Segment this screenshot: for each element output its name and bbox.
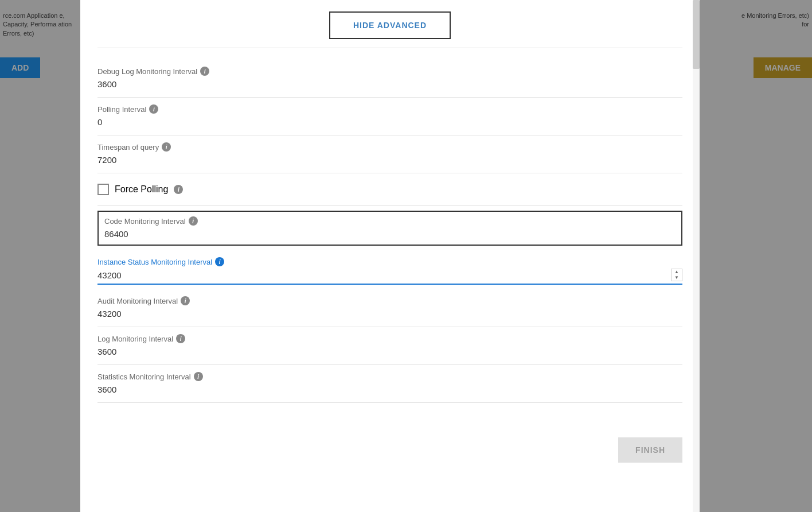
force-polling-label: Force Polling	[115, 184, 168, 195]
code-monitoring-input[interactable]	[104, 228, 676, 240]
audit-monitoring-interval-field: Audit Monitoring Interval i	[97, 289, 682, 327]
debug-log-value-input[interactable]	[97, 78, 682, 90]
force-polling-info-icon[interactable]: i	[174, 185, 183, 194]
polling-interval-field: Polling Interval i	[97, 98, 682, 135]
spinner-up[interactable]: ▲	[672, 269, 682, 275]
polling-interval-input[interactable]	[97, 116, 682, 128]
hide-advanced-button[interactable]: HIDE ADVANCED	[329, 11, 451, 39]
instance-status-field: Instance Status Monitoring Interval i ▲ …	[97, 250, 682, 285]
debug-log-monitoring-interval-field: Debug Log Monitoring Interval i	[97, 60, 682, 98]
modal-dialog: HIDE ADVANCED Debug Log Monitoring Inter…	[80, 0, 700, 512]
timespan-label: Timespan of query i	[97, 142, 682, 152]
audit-monitoring-input[interactable]	[97, 308, 682, 320]
hide-advanced-row: HIDE ADVANCED	[97, 11, 682, 48]
log-monitoring-info-icon[interactable]: i	[176, 334, 185, 343]
polling-interval-info-icon[interactable]: i	[149, 104, 158, 114]
code-monitoring-info-icon[interactable]: i	[189, 216, 198, 226]
force-polling-row: Force Polling i	[97, 173, 682, 206]
log-monitoring-input[interactable]	[97, 346, 682, 358]
modal-scrollbar[interactable]	[693, 0, 700, 512]
code-monitoring-label: Code Monitoring Interval i	[104, 216, 676, 226]
statistics-monitoring-input[interactable]	[97, 383, 682, 395]
instance-status-info-icon[interactable]: i	[215, 257, 224, 266]
timespan-of-query-field: Timespan of query i	[97, 135, 682, 173]
audit-monitoring-label: Audit Monitoring Interval i	[97, 296, 682, 305]
statistics-monitoring-label: Statistics Monitoring Interval i	[97, 372, 682, 381]
instance-status-label: Instance Status Monitoring Interval i	[97, 257, 682, 266]
instance-status-input[interactable]	[97, 270, 671, 280]
spinner-down[interactable]: ▼	[672, 275, 682, 281]
statistics-monitoring-info-icon[interactable]: i	[194, 372, 203, 381]
modal-footer: FINISH	[80, 426, 700, 474]
log-monitoring-interval-field: Log Monitoring Interval i	[97, 327, 682, 365]
instance-status-spinner[interactable]: ▲ ▼	[671, 269, 682, 281]
statistics-monitoring-interval-field: Statistics Monitoring Interval i	[97, 365, 682, 403]
debug-log-info-icon[interactable]: i	[200, 67, 209, 76]
debug-log-label: Debug Log Monitoring Interval i	[97, 67, 682, 76]
scrollbar-thumb[interactable]	[693, 0, 700, 69]
code-monitoring-interval-field: Code Monitoring Interval i	[97, 211, 682, 246]
polling-interval-label: Polling Interval i	[97, 104, 682, 114]
instance-status-input-wrapper: ▲ ▼	[97, 269, 682, 285]
timespan-input[interactable]	[97, 154, 682, 166]
force-polling-checkbox[interactable]	[97, 184, 109, 195]
finish-button[interactable]: FINISH	[618, 437, 682, 463]
timespan-info-icon[interactable]: i	[162, 142, 171, 152]
audit-monitoring-info-icon[interactable]: i	[181, 296, 190, 305]
log-monitoring-label: Log Monitoring Interval i	[97, 334, 682, 343]
